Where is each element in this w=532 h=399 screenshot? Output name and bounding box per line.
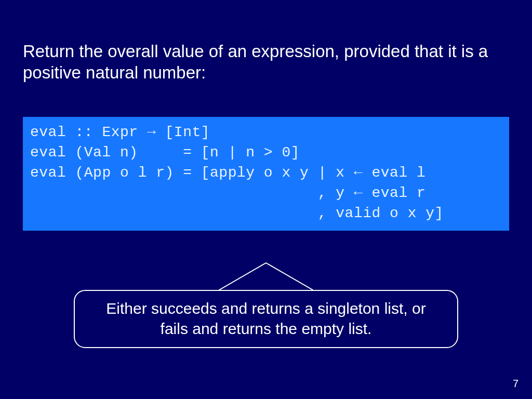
callout-text: Either succeeds and returns a singleton … [74,290,458,348]
callout-pointer-icon [204,260,328,290]
slide-heading: Return the overall value of an expressio… [23,41,509,84]
callout: Either succeeds and returns a singleton … [74,260,458,348]
slide: Return the overall value of an expressio… [0,0,532,348]
page-number: 7 [513,378,518,390]
code-block: eval :: Expr → [Int] eval (Val n) = [n |… [23,117,509,231]
